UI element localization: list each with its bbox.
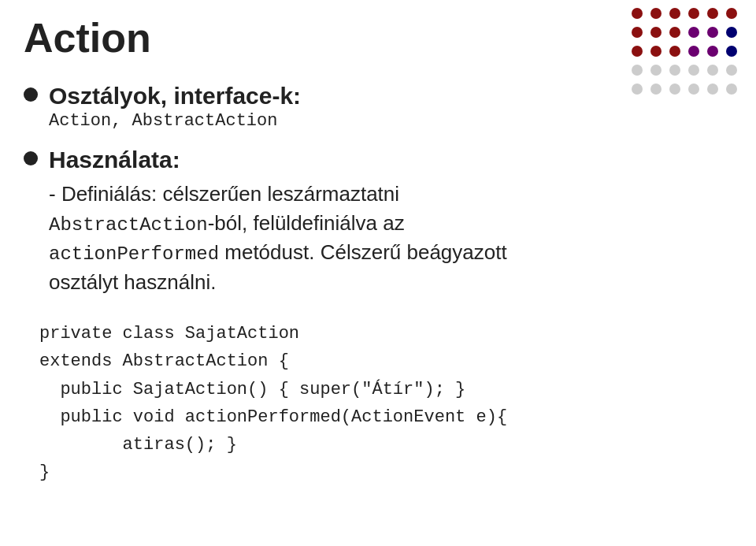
decorative-dot	[650, 27, 662, 38]
bullet-section-usage: Használata: - Definiálás: célszerűen les…	[24, 147, 654, 296]
usage-bol: -ból, felüldefiniálva az	[208, 211, 405, 235]
main-content: Action Osztályok, interface-k: Action, A…	[0, 0, 677, 502]
code-line-5: }	[39, 459, 654, 486]
decorative-dot	[632, 65, 643, 76]
decorative-dot	[632, 8, 643, 19]
usage-osztalyt: osztályt használni.	[49, 270, 216, 294]
decorative-dot	[707, 46, 718, 57]
decorative-dot	[688, 84, 699, 95]
usage-metodust: metódust. Célszerű beágyazott	[219, 240, 507, 264]
decorative-dot	[707, 65, 718, 76]
decorative-dot	[669, 65, 680, 76]
decorative-dot	[707, 8, 718, 19]
decorative-dot	[669, 84, 680, 95]
decorative-dot	[650, 65, 662, 76]
decorative-dot	[669, 46, 680, 57]
decorative-dot	[669, 8, 680, 19]
bullet-dot-2	[24, 151, 38, 165]
bullet-subtitle-classes: Action, AbstractAction	[49, 111, 654, 131]
decorative-dot	[726, 84, 737, 95]
bullet-dot-1	[24, 87, 38, 102]
bullet-content-classes: Osztályok, interface-k: Action, Abstract…	[49, 83, 654, 131]
decorative-dot	[688, 8, 699, 19]
decorative-dot	[688, 65, 699, 76]
code-block: private class SajatActionextends Abstrac…	[39, 320, 654, 486]
decorative-dot	[688, 46, 699, 57]
decorative-dot	[707, 27, 718, 38]
code-line-1: extends AbstractAction {	[39, 347, 654, 375]
page-title: Action	[24, 16, 654, 61]
bullet-section-classes: Osztályok, interface-k: Action, Abstract…	[24, 83, 654, 131]
decorative-dot	[650, 8, 662, 19]
usage-abstract-action: AbstractAction	[49, 214, 208, 236]
decorative-dot	[650, 46, 662, 57]
decorative-dot	[632, 27, 643, 38]
bullet-item-classes: Osztályok, interface-k: Action, Abstract…	[24, 83, 654, 131]
decorative-dot	[726, 46, 737, 57]
decorative-dot	[726, 27, 737, 38]
code-line-3: public void actionPerformed(ActionEvent …	[39, 403, 654, 431]
decorative-dot	[726, 8, 737, 19]
decorative-dot	[669, 27, 680, 38]
bullet-title-usage: Használata:	[49, 147, 654, 173]
decorative-dot	[688, 27, 699, 38]
usage-action-performed: actionPerformed	[49, 243, 219, 265]
bullet-body-usage: - Definiálás: célszerűen leszármaztatni …	[49, 180, 654, 296]
code-line-2: public SajatAction() { super("Átír"); }	[39, 376, 654, 403]
bullet-content-usage: Használata: - Definiálás: célszerűen les…	[49, 147, 654, 296]
usage-line-1: - Definiálás: célszerűen leszármaztatni	[49, 182, 399, 206]
decorative-dot	[632, 46, 643, 57]
decorative-dot	[632, 84, 643, 95]
code-line-0: private class SajatAction	[39, 320, 654, 347]
bullet-title-classes: Osztályok, interface-k:	[49, 83, 654, 110]
decorative-dot-grid	[632, 8, 740, 98]
code-line-4: atiras(); }	[39, 431, 654, 459]
decorative-dot	[726, 65, 737, 76]
bullet-item-usage: Használata: - Definiálás: célszerűen les…	[24, 147, 654, 296]
decorative-dot	[650, 84, 662, 95]
decorative-dot	[707, 84, 718, 95]
